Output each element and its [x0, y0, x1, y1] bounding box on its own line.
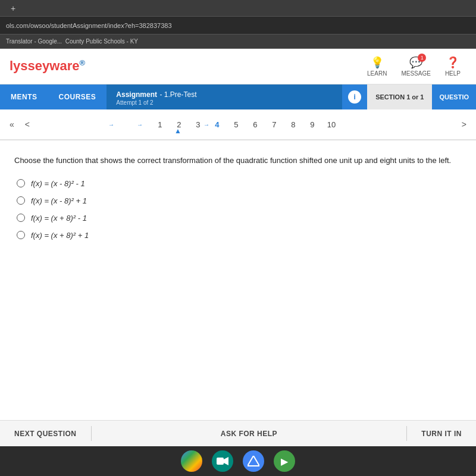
learn-icon: 💡 — [371, 56, 384, 69]
new-tab-button[interactable]: + — [11, 4, 15, 13]
assignment-attempt: Attempt 1 of 2 — [116, 99, 333, 106]
question-number-list: → → → 1 2 3 4 5 6 7 8 9 10 ▲ — [37, 120, 455, 129]
taskbar: ▶ — [0, 446, 476, 476]
bookmark1[interactable]: Translator - Google... — [6, 38, 62, 45]
drive-taskbar-icon[interactable] — [243, 450, 264, 472]
bottom-toolbar: NEXT QUESTION ASK FOR HELP TURN IT IN — [0, 420, 476, 446]
nav-next-button[interactable]: > — [458, 117, 470, 131]
option-a[interactable]: f(x) = (x - 8)² - 1 — [17, 179, 462, 188]
ask-for-help-button[interactable]: ASK FOR HELP — [206, 430, 292, 438]
bookmark2[interactable]: County Public Schools - KY — [65, 38, 138, 45]
q-num-8[interactable]: 8 — [286, 120, 300, 129]
active-indicator: ▲ — [174, 127, 181, 135]
q-num-4[interactable]: 4 — [210, 120, 224, 129]
help-icon: ❓ — [446, 56, 459, 69]
app-wrapper: lysseyware® 💡 LEARN 💬 1 MESSAGE ❓ HELP M… — [0, 49, 476, 446]
svg-marker-2 — [248, 456, 259, 466]
message-badge: 1 — [418, 54, 426, 62]
radio-c[interactable] — [17, 214, 25, 222]
address-text: ols.com/owsoo/studentAssignment/index?eh… — [6, 22, 172, 29]
assignment-info: Assignment - 1.Pre-Test Attempt 1 of 2 — [107, 84, 342, 109]
browser-chrome: + — [0, 0, 476, 17]
turn-it-in-button[interactable]: TURN IT IN — [407, 421, 476, 446]
chrome-taskbar-icon[interactable] — [181, 450, 202, 472]
help-nav-item[interactable]: ❓ HELP — [445, 56, 461, 77]
assignments-nav[interactable]: MENTS — [0, 84, 48, 109]
option-c[interactable]: f(x) = (x + 8)² - 1 — [17, 214, 462, 223]
svg-rect-0 — [217, 458, 224, 465]
answer-options: f(x) = (x - 8)² - 1 f(x) = (x - 8)² + 1 … — [14, 179, 462, 240]
svg-marker-1 — [224, 457, 228, 465]
q-num-10[interactable]: 10 — [324, 120, 339, 129]
option-d-text: f(x) = (x + 8)² + 1 — [31, 231, 89, 240]
option-a-text: f(x) = (x - 8)² - 1 — [31, 179, 85, 188]
arrow-hint-2: → — [137, 121, 143, 128]
nav-prev-button[interactable]: < — [21, 117, 33, 131]
q-num-1[interactable]: 1 — [153, 120, 167, 129]
nav-icons: 💡 LEARN 💬 1 MESSAGE ❓ HELP — [367, 56, 461, 77]
secondary-nav: MENTS COURSES Assignment - 1.Pre-Test At… — [0, 84, 476, 109]
bookmark-bar: Translator - Google... County Public Sch… — [0, 35, 476, 49]
info-button[interactable]: i — [348, 90, 361, 104]
learn-nav-item[interactable]: 💡 LEARN — [367, 56, 387, 77]
arrow-hint-1: → — [108, 121, 114, 128]
message-icon: 💬 1 — [409, 56, 422, 69]
q-num-5[interactable]: 5 — [229, 120, 243, 129]
question-nav: « < → → → 1 2 3 4 5 6 7 8 9 10 ▲ > — [0, 109, 476, 140]
option-c-text: f(x) = (x + 8)² - 1 — [31, 214, 87, 223]
question-text: Choose the function that shows the corre… — [14, 155, 462, 167]
top-nav: lysseyware® 💡 LEARN 💬 1 MESSAGE ❓ HELP — [0, 49, 476, 84]
section-badge: SECTION 1 or 1 — [367, 84, 432, 109]
assignment-title: Assignment - 1.Pre-Test — [116, 89, 333, 99]
option-d[interactable]: f(x) = (x + 8)² + 1 — [17, 231, 462, 240]
q-num-6[interactable]: 6 — [248, 120, 262, 129]
radio-b[interactable] — [17, 196, 25, 205]
option-b[interactable]: f(x) = (x - 8)² + 1 — [17, 196, 462, 205]
message-label: MESSAGE — [401, 70, 430, 77]
learn-label: LEARN — [367, 70, 387, 77]
meet-taskbar-icon[interactable] — [212, 450, 233, 472]
arrow-hint-3: → — [203, 121, 209, 128]
radio-d[interactable] — [17, 231, 25, 239]
radio-a[interactable] — [17, 179, 25, 187]
question-badge: QUESTIO — [432, 84, 476, 109]
option-b-text: f(x) = (x - 8)² + 1 — [31, 196, 87, 205]
main-content: Choose the function that shows the corre… — [0, 140, 476, 249]
play-taskbar-icon[interactable]: ▶ — [274, 450, 295, 472]
q-num-7[interactable]: 7 — [267, 120, 281, 129]
message-nav-item[interactable]: 💬 1 MESSAGE — [401, 56, 430, 77]
nav-first-button[interactable]: « — [6, 117, 18, 131]
next-question-button[interactable]: NEXT QUESTION — [0, 421, 91, 446]
help-label: HELP — [445, 70, 461, 77]
q-num-9[interactable]: 9 — [305, 120, 320, 129]
courses-nav[interactable]: COURSES — [48, 84, 107, 109]
logo: lysseyware® — [10, 58, 85, 74]
address-bar[interactable]: ols.com/owsoo/studentAssignment/index?eh… — [0, 17, 476, 35]
